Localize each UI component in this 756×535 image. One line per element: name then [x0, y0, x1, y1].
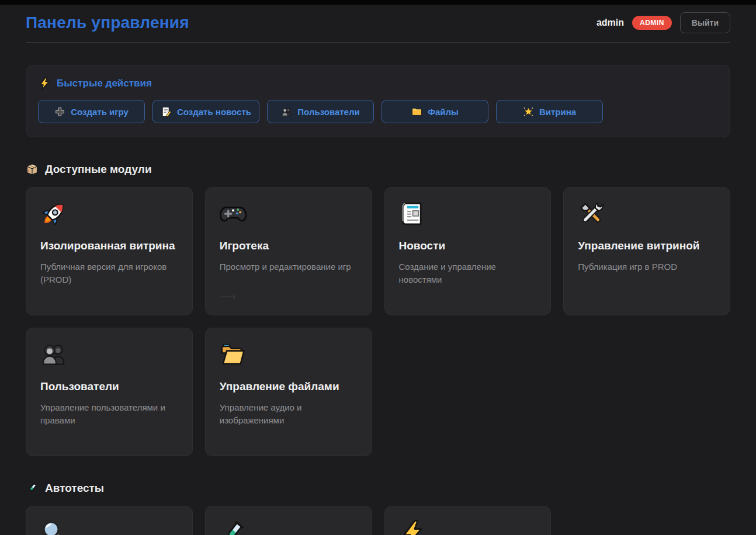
module-card-description: Управление аудио и изображениями	[220, 401, 358, 427]
memo-icon	[161, 106, 172, 117]
users-icon	[281, 106, 292, 117]
showcase-button-label: Витрина	[539, 107, 576, 117]
autotest-card-performance[interactable]	[384, 506, 552, 535]
lightning-icon	[38, 77, 51, 90]
files-button-label: Файлы	[428, 107, 459, 117]
module-card-title: Управление файлами	[220, 380, 358, 393]
username: admin	[597, 18, 624, 28]
modules-section-heading: Доступные модули	[26, 163, 730, 176]
module-card-file-management[interactable]: Управление файлами Управление аудио и из…	[205, 328, 372, 456]
autotest-card-tests[interactable]	[205, 506, 372, 535]
admin-role-badge: ADMIN	[632, 16, 672, 30]
create-news-button-label: Создать новость	[177, 107, 251, 117]
module-card-users[interactable]: Пользователи Управление пользователями и…	[26, 328, 193, 456]
module-card-title: Изолированная витрина	[40, 239, 178, 252]
gamepad-icon	[220, 200, 247, 227]
module-card-showcase-management[interactable]: Управление витриной Публикация игр в PRO…	[563, 187, 730, 315]
quick-actions-heading: Быстрые действия	[38, 77, 718, 90]
open-folder-icon	[220, 341, 247, 368]
showcase-button[interactable]: Витрина	[496, 100, 603, 123]
module-card-game-library[interactable]: Игротека Просмотр и редактирование игр ⟶	[205, 187, 372, 315]
quick-actions-heading-label: Быстрые действия	[57, 78, 152, 89]
users-icon	[40, 341, 67, 368]
test-tube-icon	[220, 519, 247, 535]
create-news-button[interactable]: Создать новость	[152, 100, 259, 123]
autotests-grid	[26, 506, 730, 535]
module-card-description: Создание и управление новостями	[399, 260, 537, 286]
page-title: Панель управления	[26, 13, 189, 32]
files-button[interactable]: Файлы	[382, 100, 488, 123]
rocket-icon	[40, 200, 67, 227]
newspaper-icon	[399, 200, 426, 227]
header: Панель управления admin ADMIN Выйти	[26, 5, 730, 43]
header-user-area: admin ADMIN Выйти	[597, 12, 730, 33]
card-hover-arrow: ⟶	[221, 290, 236, 303]
window-top-edge	[0, 0, 756, 5]
module-card-title: Игротека	[220, 239, 358, 252]
module-card-title: Новости	[399, 239, 537, 252]
package-icon	[26, 163, 39, 176]
module-card-isolated-showcase[interactable]: Изолированная витрина Публичная версия д…	[26, 187, 193, 315]
modules-section-heading-label: Доступные модули	[45, 163, 152, 176]
users-button-label: Пользователи	[297, 107, 359, 117]
modules-grid: Изолированная витрина Публичная версия д…	[26, 187, 730, 456]
autotests-section-heading: Автотесты	[26, 482, 730, 495]
autotests-section-heading-label: Автотесты	[45, 482, 104, 495]
hammer-wrench-icon	[578, 200, 605, 227]
module-card-description: Публикация игр в PROD	[578, 260, 716, 273]
lightning-icon	[399, 519, 426, 535]
quick-actions-panel: Быстрые действия Создать игру Создать но…	[26, 65, 730, 137]
quick-actions-button-row: Создать игру Создать новость Пользовател…	[38, 100, 718, 123]
module-card-news[interactable]: Новости Создание и управление новостями	[384, 187, 552, 315]
create-game-button-label: Создать игру	[71, 107, 129, 117]
star-icon	[523, 106, 534, 117]
logout-button[interactable]: Выйти	[680, 12, 730, 33]
module-card-description: Просмотр и редактирование игр	[220, 260, 358, 273]
module-card-title: Управление витриной	[578, 239, 716, 252]
folder-icon	[411, 106, 422, 117]
magnifier-icon	[40, 519, 67, 535]
module-card-description: Управление пользователями и правами	[40, 401, 178, 427]
users-button[interactable]: Пользователи	[267, 100, 374, 123]
test-tube-icon	[26, 482, 39, 495]
module-card-title: Пользователи	[40, 380, 178, 393]
plus-icon	[54, 106, 65, 117]
autotest-card-search[interactable]	[26, 506, 193, 535]
create-game-button[interactable]: Создать игру	[38, 100, 145, 123]
admin-dashboard: Панель управления admin ADMIN Выйти Быст…	[0, 5, 756, 535]
module-card-description: Публичная версия для игроков (PROD)	[40, 260, 178, 286]
